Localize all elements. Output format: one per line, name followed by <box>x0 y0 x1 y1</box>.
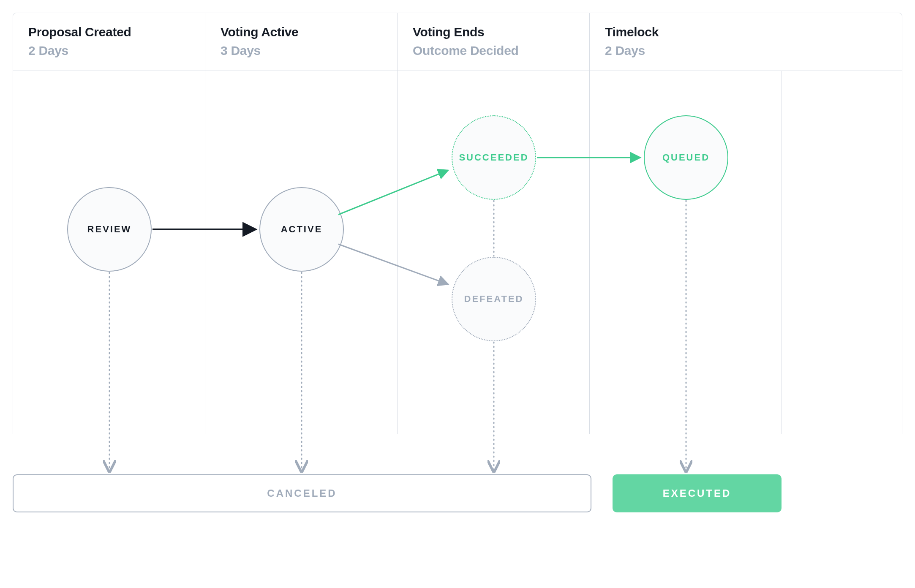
diagram-body: REVIEW ACTIVE SUCCEEDED DEFEATED QUEUED <box>13 71 902 434</box>
stage-proposal-created: Proposal Created 2 Days <box>13 13 205 71</box>
state-label: DEFEATED <box>464 294 524 305</box>
terminal-label: EXECUTED <box>663 487 732 499</box>
state-review: REVIEW <box>67 187 152 272</box>
stage-subtitle: 2 Days <box>28 44 190 58</box>
state-label: ACTIVE <box>281 224 323 235</box>
stage-timelock: Timelock 2 Days <box>590 13 782 71</box>
stage-title: Voting Ends <box>413 25 574 39</box>
state-active: ACTIVE <box>259 187 344 272</box>
col-2: ACTIVE <box>205 71 398 434</box>
governance-lifecycle-diagram: Proposal Created 2 Days Voting Active 3 … <box>0 0 915 588</box>
stage-subtitle: 2 Days <box>605 44 767 58</box>
col-1: REVIEW <box>13 71 205 434</box>
col-4: QUEUED <box>590 71 782 434</box>
state-label: REVIEW <box>87 224 132 235</box>
terminal-canceled: CANCELED <box>13 474 591 512</box>
state-defeated: DEFEATED <box>452 257 536 341</box>
stage-voting-ends: Voting Ends Outcome Decided <box>398 13 590 71</box>
stage-subtitle: Outcome Decided <box>413 44 574 58</box>
stage-title: Timelock <box>605 25 767 39</box>
terminal-label: CANCELED <box>267 487 337 499</box>
col-3: SUCCEEDED DEFEATED <box>398 71 590 434</box>
stage-subtitle: 3 Days <box>221 44 382 58</box>
stage-headers: Proposal Created 2 Days Voting Active 3 … <box>13 13 902 71</box>
stage-title: Proposal Created <box>28 25 190 39</box>
stage-voting-active: Voting Active 3 Days <box>205 13 398 71</box>
state-label: QUEUED <box>662 152 710 163</box>
state-queued: QUEUED <box>644 115 728 200</box>
terminal-row: CANCELED EXECUTED <box>13 474 902 512</box>
terminal-executed: EXECUTED <box>613 474 782 512</box>
state-succeeded: SUCCEEDED <box>452 115 536 200</box>
state-label: SUCCEEDED <box>459 152 528 163</box>
stage-title: Voting Active <box>221 25 382 39</box>
